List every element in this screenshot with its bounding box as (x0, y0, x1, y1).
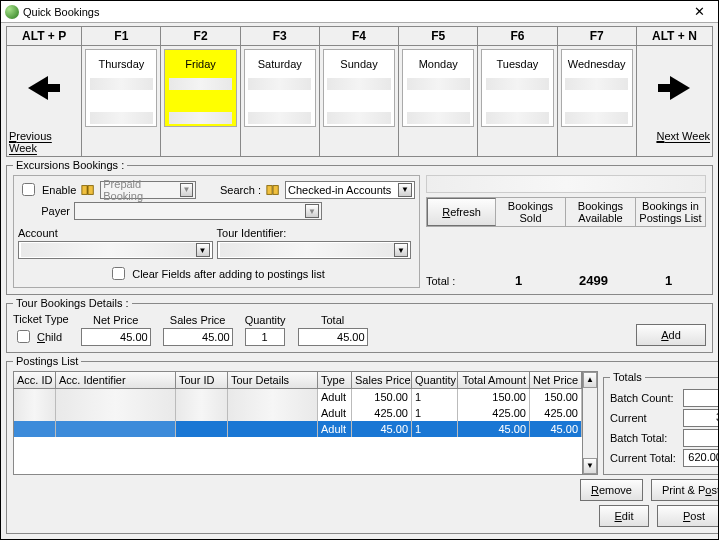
day-col-friday[interactable]: F2 Friday (161, 27, 240, 156)
quantity-label: Quantity (245, 314, 286, 326)
add-button[interactable]: Add (636, 324, 706, 346)
stats-total-label: Total : (426, 275, 481, 287)
tour-details-legend: Tour Bookings Details : (13, 297, 132, 309)
sales-price-label: Sales Price (163, 314, 233, 326)
tour-id-combo[interactable]: x▼ (217, 241, 412, 259)
enable-checkbox[interactable]: Enable (18, 180, 76, 199)
postings-legend: Postings List (13, 355, 81, 367)
chevron-down-icon: ▼ (398, 183, 412, 197)
bookings-avail-label: Bookings Available (566, 198, 636, 226)
chevron-down-icon: ▼ (196, 243, 210, 257)
account-combo[interactable]: x▼ (18, 241, 213, 259)
table-row[interactable]: Adult45.00145.0045.00 (14, 421, 582, 437)
postings-grid[interactable]: Acc. ID Acc. Identifier Tour ID Tour Det… (13, 371, 598, 475)
remove-button[interactable]: Remove (580, 479, 643, 501)
svg-rect-4 (273, 185, 278, 194)
sales-price-input[interactable] (163, 328, 233, 346)
stats-blurred (426, 175, 706, 193)
vertical-scrollbar[interactable] (582, 372, 597, 474)
bookings-sold-label: Bookings Sold (496, 198, 566, 226)
tour-id-label: Tour Identifier: (217, 227, 412, 239)
svg-rect-1 (88, 185, 93, 194)
next-week-label[interactable]: Next Week (637, 130, 712, 144)
total-input[interactable] (298, 328, 368, 346)
chevron-down-icon: ▼ (305, 204, 319, 218)
search-combo[interactable]: Checked-in Accounts▼ (285, 181, 415, 199)
day-col-saturday[interactable]: F3 Saturday (241, 27, 320, 156)
chevron-down-icon: ▼ (394, 243, 408, 257)
prev-week-label[interactable]: Previous Week (7, 130, 81, 156)
table-row[interactable]: xxxx Adult150.001150.00150.00 (14, 389, 582, 405)
edit-button[interactable]: Edit (599, 505, 649, 527)
close-button[interactable]: ✕ (684, 2, 714, 22)
postings-list-group: Postings List Acc. ID Acc. Identifier To… (6, 355, 718, 534)
total-label: Total (298, 314, 368, 326)
excursions-bookings-group: Excursions Bookings : Enable Prepaid Boo… (6, 159, 713, 295)
day-col-monday[interactable]: F5 Monday (399, 27, 478, 156)
app-icon (5, 5, 19, 19)
booking-type-icon (80, 182, 96, 198)
prev-week-button[interactable] (10, 49, 78, 127)
ticket-type-label: Ticket Type (13, 313, 69, 325)
account-label: Account (18, 227, 213, 239)
search-icon (265, 182, 281, 198)
current-value: 3 (683, 409, 718, 427)
day-col-thursday[interactable]: F1 Thursday (82, 27, 161, 156)
stats-sold: 1 (481, 273, 556, 288)
next-week-button[interactable] (640, 49, 709, 127)
svg-rect-0 (82, 185, 87, 194)
quick-bookings-window: Quick Bookings ✕ ALT + P Previous Week F… (0, 0, 719, 540)
day-col-wednesday[interactable]: F7 Wednesday (558, 27, 637, 156)
post-button[interactable]: Post (657, 505, 718, 527)
stats-inlist: 1 (631, 273, 706, 288)
window-title: Quick Bookings (23, 6, 99, 18)
payer-label: Payer (18, 205, 70, 217)
day-col-sunday[interactable]: F4 Sunday (320, 27, 399, 156)
stats-avail: 2499 (556, 273, 631, 288)
search-label: Search : (220, 184, 261, 196)
clear-fields-checkbox[interactable]: Clear Fields after adding to postings li… (108, 264, 325, 283)
stats-header: Refresh Bookings Sold Bookings Available… (426, 197, 706, 227)
tour-bookings-details-group: Tour Bookings Details : Ticket Type Chil… (6, 297, 713, 353)
next-week-hotkey: ALT + N (637, 27, 712, 46)
chevron-down-icon: ▼ (180, 183, 193, 197)
bookings-inlist-label: Bookings in Postings List (636, 198, 705, 226)
grid-header: Acc. ID Acc. Identifier Tour ID Tour Det… (14, 372, 582, 389)
net-price-label: Net Price (81, 314, 151, 326)
prev-week-hotkey: ALT + P (7, 27, 81, 46)
net-price-input[interactable] (81, 328, 151, 346)
refresh-button[interactable]: Refresh (427, 198, 496, 226)
batch-count-value (683, 389, 718, 407)
week-navigator: ALT + P Previous Week F1 Thursday F2 Fri… (6, 26, 713, 157)
print-post-button[interactable]: Print & Post (651, 479, 718, 501)
current-total-value: 620.00 (683, 449, 718, 467)
excursions-legend: Excursions Bookings : (13, 159, 127, 171)
svg-rect-3 (267, 185, 272, 194)
totals-legend: Totals (610, 371, 645, 383)
table-row[interactable]: xxxx Adult425.001425.00425.00 (14, 405, 582, 421)
child-checkbox[interactable]: Child (13, 327, 69, 346)
day-col-tuesday[interactable]: F6 Tuesday (478, 27, 557, 156)
booking-type-combo[interactable]: Prepaid Booking▼ (100, 181, 196, 199)
payer-combo[interactable]: ▼ (74, 202, 322, 220)
batch-total-value (683, 429, 718, 447)
quantity-input[interactable] (245, 328, 285, 346)
totals-group: Totals Batch Count: Current3 Batch Total… (603, 371, 718, 475)
titlebar: Quick Bookings ✕ (1, 1, 718, 23)
